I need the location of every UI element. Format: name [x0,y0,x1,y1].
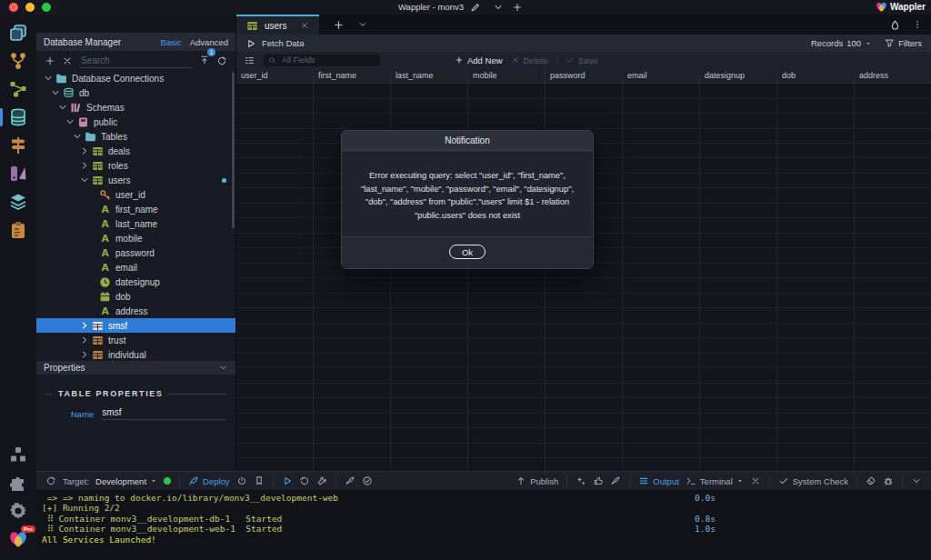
tree-item-Schemas[interactable]: Schemas [36,100,235,115]
tree-chevron-right-icon[interactable] [79,145,90,156]
close-tab-icon[interactable] [300,21,309,30]
tree-chevron-down-icon[interactable] [72,131,83,142]
column-header-mobile[interactable]: mobile [468,68,546,83]
packages-rail-button[interactable] [8,445,28,465]
fetch-data-button[interactable]: Fetch Data [262,38,304,48]
tree-chevron-down-icon[interactable] [57,102,68,113]
mode-basic-tab[interactable]: Basic [161,37,182,47]
extensions-rail-button[interactable] [8,473,28,493]
tree-item-deals[interactable]: deals [36,144,235,158]
tree-item-trust[interactable]: trust [36,333,235,347]
tree-item-password[interactable]: Apassword [36,245,235,260]
refresh-schema-icon[interactable] [216,55,227,66]
output-tab[interactable]: Output [638,475,679,486]
validate-icon[interactable] [362,475,373,486]
more-options-icon[interactable] [913,20,922,29]
tree-item-individual[interactable]: individual [36,347,235,361]
new-project-icon[interactable] [512,2,523,13]
reload-icon[interactable] [299,475,310,486]
column-header-datesignup[interactable]: datesignup [700,68,777,83]
database-rail-button[interactable] [8,107,28,127]
tree-item-Tables[interactable]: Tables [36,129,235,144]
tree-item-email[interactable]: Aemail [36,260,235,275]
run-icon[interactable] [282,475,293,486]
all-fields-input[interactable] [280,55,375,65]
git-rail-button[interactable] [8,51,28,71]
column-header-user_id[interactable]: user_id [236,68,314,83]
tree-item-smsf[interactable]: smsf [36,318,235,333]
system-check-button[interactable]: System Check [778,475,848,486]
tree-chevron-down-icon[interactable] [50,87,61,98]
tree-item-db[interactable]: db [36,85,235,100]
project-dropdown-icon[interactable] [493,2,504,13]
tree-item-last_name[interactable]: Alast_name [36,216,235,231]
tree-chevron-right-icon[interactable] [79,160,90,171]
cleanup-icon[interactable] [345,475,355,486]
debug-icon[interactable] [883,475,894,486]
column-header-dob[interactable]: dob [777,68,855,83]
layers-rail-button[interactable] [8,192,28,212]
tree-chevron-right-icon[interactable] [79,335,90,345]
tab-list-icon[interactable] [358,20,367,29]
deploy-button[interactable]: Deploy [188,475,230,486]
mode-advanced-tab[interactable]: Advanced [190,37,228,47]
add-connection-icon[interactable] [45,55,55,66]
ok-button[interactable]: Ok [449,245,486,259]
save-button[interactable]: Save [566,55,598,65]
new-tab-icon[interactable] [333,19,345,31]
tree-item-roles[interactable]: roles [36,158,235,173]
fields-search[interactable] [264,55,380,66]
remove-icon[interactable] [62,55,73,66]
pages-rail-button[interactable] [8,23,28,43]
column-visibility-icon[interactable] [244,55,255,66]
tree-item-address[interactable]: Aaddress [36,304,235,318]
tree-item-first_name[interactable]: Afirst_name [36,202,235,216]
column-header-email[interactable]: email [623,68,700,83]
tree-item-datesignup[interactable]: datesignup [36,275,235,289]
refresh-target-icon[interactable] [45,475,56,486]
publish-button[interactable]: Publish [516,475,558,486]
sparkles-icon[interactable] [576,475,586,486]
terminal-tab[interactable]: Terminal [686,475,744,486]
tools-icon[interactable] [316,475,327,486]
close-panel-icon[interactable] [750,475,761,486]
tree-item-user_id[interactable]: user_id [36,187,235,202]
tree-item-mobile[interactable]: Amobile [36,231,235,245]
clear-output-icon[interactable] [866,475,876,486]
minimize-window-button[interactable] [25,3,35,12]
tasks-rail-button[interactable] [8,220,28,240]
tree-chevron-down-icon[interactable] [65,116,75,127]
collapse-properties-icon[interactable] [218,363,228,373]
search-input[interactable] [79,54,193,68]
column-header-address[interactable]: address [855,68,931,83]
apply-changes-button[interactable]: 1 [199,53,210,69]
records-selector[interactable]: Records 100 [811,38,872,48]
routes-rail-button[interactable] [8,135,28,155]
format-icon[interactable] [610,475,621,486]
wappler-pro-rail-button[interactable]: Pro [8,529,28,549]
tree-chevron-down-icon[interactable] [79,175,90,185]
tree-item-public[interactable]: public [36,115,235,129]
thumbs-up-icon[interactable] [593,475,604,486]
tree-chevron-right-icon[interactable] [79,349,90,360]
close-window-button[interactable] [9,3,18,12]
bookmark-icon[interactable] [254,475,265,486]
column-header-first_name[interactable]: first_name [314,68,391,83]
target-selector[interactable]: Development [95,476,157,486]
workflows-rail-button[interactable] [8,79,28,99]
tree-item-Database Connections[interactable]: Database Connections [36,71,235,85]
tree-chevron-down-icon[interactable] [43,73,54,84]
tab-users[interactable]: users [236,15,319,35]
filters-button[interactable]: Filters [885,38,922,48]
tree-item-dob[interactable]: dob [36,289,235,304]
collapse-panel-icon[interactable] [911,475,922,486]
settings-rail-button[interactable] [8,501,28,521]
column-header-last_name[interactable]: last_name [391,68,468,83]
fetch-data-icon[interactable] [245,38,256,49]
column-header-password[interactable]: password [546,68,623,83]
zoom-window-button[interactable] [42,3,51,12]
design-rail-button[interactable] [8,164,28,184]
table-name-input[interactable] [102,407,226,420]
droplet-icon[interactable] [889,19,901,31]
add-new-button[interactable]: Add New [455,55,503,65]
